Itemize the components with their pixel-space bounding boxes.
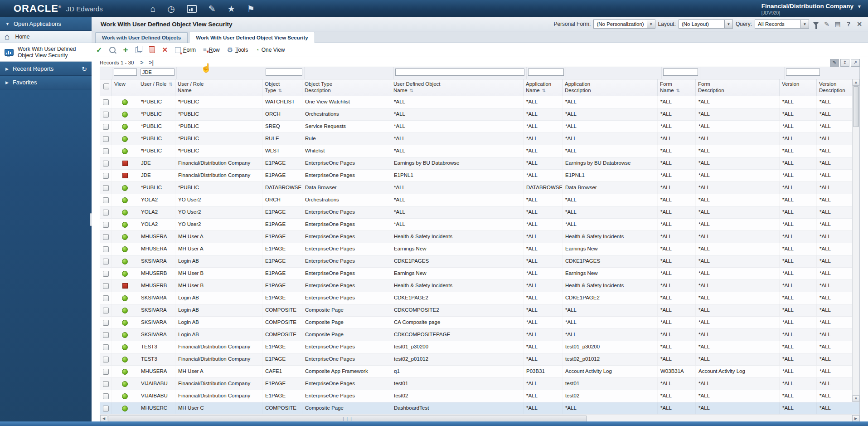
qbe-input-user_role[interactable] xyxy=(141,69,175,76)
help-icon[interactable]: ? xyxy=(844,20,853,28)
export-grid-icon[interactable]: ↥ xyxy=(840,59,849,67)
column-header-application_name[interactable]: ApplicationName⇅ xyxy=(524,79,563,96)
vertical-scrollbar[interactable]: ▲ ▼ xyxy=(852,79,859,402)
sort-icon[interactable]: ⇅ xyxy=(410,88,413,93)
last-page-button[interactable]: >| xyxy=(149,59,153,66)
sort-icon[interactable]: ⇅ xyxy=(169,82,173,87)
row-checkbox[interactable] xyxy=(103,161,109,166)
row-checkbox[interactable] xyxy=(103,234,109,240)
row-checkbox[interactable] xyxy=(103,320,109,326)
grid-row[interactable]: *PUBLIC*PUBLICSREQService Requests*ALL*A… xyxy=(100,121,859,133)
add-button[interactable]: + xyxy=(123,47,128,53)
favorites-star-icon[interactable]: ★ xyxy=(228,5,235,13)
vertical-scrollbar-thumb[interactable] xyxy=(853,86,859,127)
column-header-object_type[interactable]: ObjectType⇅ xyxy=(262,79,302,96)
scroll-up-icon[interactable]: ▲ xyxy=(853,79,859,86)
row-checkbox[interactable] xyxy=(103,357,109,362)
row-checkbox[interactable] xyxy=(103,185,109,191)
row-checkbox[interactable] xyxy=(103,283,109,289)
row-checkbox[interactable] xyxy=(103,124,109,130)
row-checkbox[interactable] xyxy=(103,112,109,118)
grid-row[interactable]: YOLA2YO User2E1PAGEEnterpriseOne Pages*A… xyxy=(100,219,859,231)
select-button[interactable]: ✓ xyxy=(96,46,102,54)
grid-row[interactable]: TEST3Financial/Distribution CompanyE1PAG… xyxy=(100,341,859,353)
grid-row[interactable]: SKSIVARALogin ABE1PAGEEnterpriseOne Page… xyxy=(100,255,859,268)
home-icon[interactable]: ⌂ xyxy=(150,5,155,13)
scroll-right-icon[interactable]: ▶ xyxy=(852,415,859,422)
qbe-input-view[interactable] xyxy=(114,69,137,76)
query-select[interactable]: All Records ▼ xyxy=(755,20,809,29)
copy-button[interactable] xyxy=(136,47,142,53)
layout-select[interactable]: (No Layout) ▼ xyxy=(679,20,733,29)
row-checkbox[interactable] xyxy=(103,393,109,399)
column-header-form_name[interactable]: FormName⇅ xyxy=(658,79,696,96)
compose-icon[interactable]: ✎ xyxy=(209,5,216,13)
grid-row[interactable]: TEST3Financial/Distribution CompanyE1PAG… xyxy=(100,353,859,366)
row-checkbox[interactable] xyxy=(103,406,109,411)
sidebar-item-home[interactable]: ⌂ Home xyxy=(0,31,92,43)
qbe-input-version[interactable] xyxy=(786,69,820,76)
grid-row[interactable]: MHUSERBMH User BE1PAGEEnterpriseOne Page… xyxy=(100,280,859,292)
expand-grid-icon[interactable]: ↗ xyxy=(851,59,860,67)
sort-icon[interactable]: ⇅ xyxy=(542,88,546,93)
next-page-button[interactable]: > xyxy=(140,59,143,66)
row-checkbox[interactable] xyxy=(103,259,109,264)
row-checkbox[interactable] xyxy=(103,295,109,301)
tools-menu-button[interactable]: ⚙ Tools xyxy=(227,46,248,54)
sidebar-item-udo-view-security[interactable]: Work With User Defined Object View Secur… xyxy=(0,43,92,62)
notes-icon[interactable]: ▤ xyxy=(834,20,842,28)
grid-row[interactable]: MHUSERBMH User BE1PAGEEnterpriseOne Page… xyxy=(100,268,859,280)
personal-form-select[interactable]: (No Personalization) ▼ xyxy=(593,20,655,29)
grid-row[interactable]: MHUSERAMH User AE1PAGEEnterpriseOne Page… xyxy=(100,231,859,243)
row-checkbox[interactable] xyxy=(103,173,109,179)
filter-icon[interactable] xyxy=(813,22,819,26)
row-checkbox[interactable] xyxy=(103,136,109,142)
close-icon[interactable]: ✕ xyxy=(855,20,863,28)
qbe-input-object_type[interactable] xyxy=(266,69,302,76)
grid-row[interactable]: YOLA2YO User2E1PAGEEnterpriseOne Pages*A… xyxy=(100,206,859,219)
grid-row[interactable]: *PUBLIC*PUBLICRULERule*ALL*ALL*ALL*ALL*A… xyxy=(100,133,859,145)
find-button[interactable] xyxy=(109,47,116,53)
row-checkbox[interactable] xyxy=(103,99,109,105)
grid-row[interactable]: *PUBLIC*PUBLICWLSTWhitelist*ALL*ALL*ALL*… xyxy=(100,145,859,157)
row-checkbox[interactable] xyxy=(103,344,109,350)
select-all-checkbox[interactable] xyxy=(103,83,109,89)
grid-row[interactable]: JDEFinancial/Distribution CompanyE1PAGEE… xyxy=(100,170,859,182)
oneview-reports-icon[interactable] xyxy=(187,5,197,13)
grid-row[interactable]: *PUBLIC*PUBLICWATCHLISTOne View Watchlis… xyxy=(100,96,859,108)
environment-switcher[interactable]: Financial/Distribution Company▼ [JDV920] xyxy=(761,2,862,15)
grid-row[interactable]: VIJAIBABUFinancial/Distribution CompanyE… xyxy=(100,390,859,402)
scroll-down-icon[interactable]: ▼ xyxy=(853,395,859,402)
grid-row[interactable]: MHUSERCMH User CCOMPOSITEComposite PageD… xyxy=(100,402,859,415)
flag-icon[interactable]: ⚑ xyxy=(247,5,255,13)
grid-row[interactable]: VIJAIBABUFinancial/Distribution CompanyE… xyxy=(100,378,859,390)
tab-udo-view-security[interactable]: Work With User Defined Object View Secur… xyxy=(189,32,315,43)
one-view-menu-button[interactable]: ◔ One View xyxy=(255,46,285,54)
row-checkbox[interactable] xyxy=(103,148,109,154)
close-button[interactable]: ✕ xyxy=(162,46,168,54)
grid-row[interactable]: SKSIVARALogin ABCOMPOSITEComposite PageC… xyxy=(100,317,859,329)
recent-icon[interactable]: ◷ xyxy=(167,5,175,13)
grid-row[interactable]: YOLA2YO User2ORCHOrchestrations*ALL*ALL*… xyxy=(100,194,859,206)
delete-button[interactable] xyxy=(150,47,155,53)
customize-grid-icon[interactable]: ✎ xyxy=(830,59,839,67)
row-checkbox[interactable] xyxy=(103,197,109,203)
column-header-user_role[interactable]: User / Role⇅ xyxy=(138,79,175,96)
sidebar-section-recent-reports[interactable]: ▶ Recent Reports ↻ xyxy=(0,62,92,76)
sidebar-section-favorites[interactable]: ▶ Favorites xyxy=(0,76,92,89)
refresh-icon[interactable]: ↻ xyxy=(82,65,87,73)
row-checkbox[interactable] xyxy=(103,210,109,215)
sort-icon[interactable]: ⇅ xyxy=(676,88,680,93)
edit-pencil-icon[interactable]: ✎ xyxy=(823,20,831,28)
column-header-udo_name[interactable]: User Defined ObjectName⇅ xyxy=(391,79,524,96)
grid-row[interactable]: JDEFinancial/Distribution CompanyE1PAGEE… xyxy=(100,157,859,170)
row-checkbox[interactable] xyxy=(103,246,109,252)
grid-row[interactable]: MHUSERAMH User ACAFE1Composite App Frame… xyxy=(100,366,859,378)
grid-row[interactable]: SKSIVARALogin ABCOMPOSITEComposite PageC… xyxy=(100,329,859,341)
sidebar-section-open-applications[interactable]: ▼ Open Applications xyxy=(0,17,92,31)
row-checkbox[interactable] xyxy=(103,271,109,277)
row-checkbox[interactable] xyxy=(103,381,109,387)
tab-work-with-udo[interactable]: Work with User Defined Objects xyxy=(95,32,188,43)
row-checkbox[interactable] xyxy=(103,308,109,313)
row-checkbox[interactable] xyxy=(103,332,109,338)
